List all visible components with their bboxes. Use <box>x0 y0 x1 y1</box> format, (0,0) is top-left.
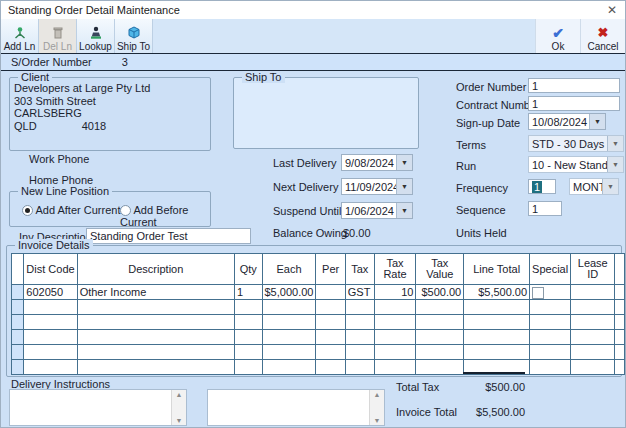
last-delivery-datepicker[interactable]: 9/08/2024 ▼ <box>341 154 413 171</box>
empty-cell[interactable] <box>571 315 615 330</box>
cell-tax-rate[interactable]: 10 <box>374 285 416 300</box>
empty-cell[interactable] <box>234 300 262 315</box>
empty-cell[interactable] <box>77 300 234 315</box>
empty-cell[interactable] <box>234 345 262 360</box>
empty-cell[interactable] <box>345 315 374 330</box>
cell-each[interactable]: $5,000.00 <box>262 285 316 300</box>
contract-number-input[interactable]: 1 <box>528 96 620 111</box>
empty-cell[interactable] <box>262 345 316 360</box>
empty-cell[interactable] <box>12 330 24 345</box>
delivery-instructions-textarea-2[interactable]: ▲ ▼ <box>207 389 385 426</box>
empty-cell[interactable] <box>571 330 615 345</box>
empty-cell[interactable] <box>571 345 615 360</box>
empty-grid-row[interactable] <box>12 315 625 330</box>
order-number-input[interactable]: 1 <box>528 78 620 93</box>
empty-cell[interactable] <box>416 330 464 345</box>
empty-cell[interactable] <box>316 300 345 315</box>
terms-dropdown[interactable]: STD - 30 Days Stat ▼ <box>528 135 624 152</box>
empty-cell[interactable] <box>316 315 345 330</box>
empty-cell[interactable] <box>571 300 615 315</box>
empty-cell[interactable] <box>530 330 571 345</box>
empty-cell[interactable] <box>77 330 234 345</box>
invoice-line-row[interactable]: 602050 Other Income 1 $5,000.00 GST 10 $… <box>12 285 625 300</box>
empty-cell[interactable] <box>464 345 530 360</box>
empty-cell[interactable] <box>24 315 77 330</box>
empty-cell[interactable] <box>24 345 77 360</box>
empty-cell[interactable] <box>24 300 77 315</box>
empty-cell[interactable] <box>416 360 464 375</box>
empty-cell[interactable] <box>345 360 374 375</box>
empty-cell[interactable] <box>262 330 316 345</box>
cell-per[interactable] <box>316 285 345 300</box>
next-delivery-datepicker[interactable]: 11/09/2024 ▼ <box>341 178 413 195</box>
empty-cell[interactable] <box>374 315 416 330</box>
cell-dist-code[interactable]: 602050 <box>24 285 77 300</box>
empty-cell[interactable] <box>571 360 615 375</box>
scroll-down-icon[interactable]: ▼ <box>374 417 381 424</box>
ok-button[interactable]: ✔ Ok <box>535 19 580 53</box>
signup-date-datepicker[interactable]: 10/08/2024 ▼ <box>528 113 606 130</box>
empty-cell[interactable] <box>77 360 234 375</box>
invoice-lines-grid[interactable]: Dist Code Description Qty Each Per Tax T… <box>11 253 625 375</box>
empty-grid-row[interactable] <box>12 360 625 375</box>
empty-cell[interactable] <box>345 345 374 360</box>
empty-cell[interactable] <box>12 315 24 330</box>
add-line-button[interactable]: Add Ln <box>1 19 39 53</box>
empty-cell[interactable] <box>316 360 345 375</box>
empty-cell[interactable] <box>530 300 571 315</box>
empty-cell[interactable] <box>530 345 571 360</box>
special-checkbox[interactable] <box>532 287 544 299</box>
empty-grid-row[interactable] <box>12 330 625 345</box>
ship-to-button[interactable]: Ship To <box>115 19 153 53</box>
empty-cell[interactable] <box>615 315 625 330</box>
empty-cell[interactable] <box>77 345 234 360</box>
empty-cell[interactable] <box>77 315 234 330</box>
chevron-down-icon[interactable]: ▼ <box>607 157 623 172</box>
empty-cell[interactable] <box>615 300 625 315</box>
window-close-icon[interactable]: ✕ <box>607 4 617 16</box>
empty-cell[interactable] <box>374 330 416 345</box>
scrollbar[interactable]: ▲ ▼ <box>369 390 384 425</box>
sequence-input[interactable]: 1 <box>528 201 562 216</box>
chevron-down-icon[interactable]: ▼ <box>396 203 412 218</box>
chevron-down-icon[interactable]: ▼ <box>589 114 605 129</box>
empty-cell[interactable] <box>374 345 416 360</box>
empty-cell[interactable] <box>615 345 625 360</box>
empty-cell[interactable] <box>234 360 262 375</box>
empty-cell[interactable] <box>374 300 416 315</box>
empty-cell[interactable] <box>234 330 262 345</box>
empty-cell[interactable] <box>416 300 464 315</box>
empty-cell[interactable] <box>530 315 571 330</box>
chevron-down-icon[interactable]: ▼ <box>396 179 412 194</box>
empty-cell[interactable] <box>416 345 464 360</box>
empty-cell[interactable] <box>530 360 571 375</box>
chevron-down-icon[interactable]: ▼ <box>602 179 618 194</box>
empty-cell[interactable] <box>234 315 262 330</box>
inv-description-input[interactable]: Standing Order Test <box>86 228 251 244</box>
scroll-up-icon[interactable]: ▲ <box>374 391 381 398</box>
empty-cell[interactable] <box>615 360 625 375</box>
empty-grid-row[interactable] <box>12 345 625 360</box>
cell-lease-id[interactable] <box>571 285 615 300</box>
empty-cell[interactable] <box>12 360 24 375</box>
row-selector-cell[interactable] <box>12 285 24 300</box>
cell-description[interactable]: Other Income <box>77 285 234 300</box>
empty-cell[interactable] <box>262 300 316 315</box>
empty-cell[interactable] <box>316 345 345 360</box>
radio-add-after-current[interactable]: Add After Current <box>22 204 120 216</box>
empty-cell[interactable] <box>345 330 374 345</box>
empty-cell[interactable] <box>464 315 530 330</box>
cell-tax[interactable]: GST <box>345 285 374 300</box>
empty-cell[interactable] <box>262 315 316 330</box>
frequency-unit-dropdown[interactable]: MONTHS ▼ <box>569 178 619 195</box>
empty-grid-row[interactable] <box>12 300 625 315</box>
scroll-up-icon[interactable]: ▲ <box>176 391 183 398</box>
delivery-instructions-textarea-1[interactable]: ▲ ▼ <box>9 389 187 426</box>
empty-cell[interactable] <box>416 315 464 330</box>
empty-cell[interactable] <box>12 300 24 315</box>
radio-add-before-current[interactable]: Add Before Current <box>120 204 210 228</box>
cancel-button[interactable]: ✖ Cancel <box>580 19 625 53</box>
run-dropdown[interactable]: 10 - New Standing ▼ <box>528 156 624 173</box>
scroll-down-icon[interactable]: ▼ <box>176 417 183 424</box>
chevron-down-icon[interactable]: ▼ <box>396 155 412 170</box>
